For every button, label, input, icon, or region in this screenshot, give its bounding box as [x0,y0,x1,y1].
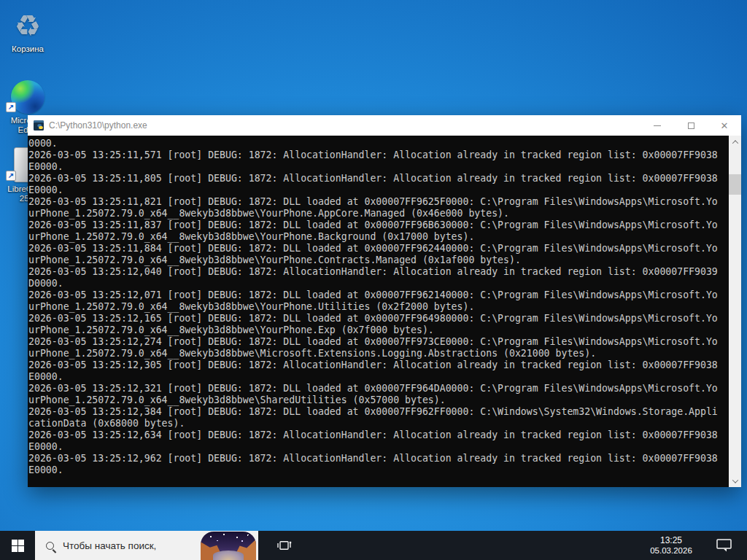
action-center-button[interactable] [716,539,732,552]
search-placeholder-text: Чтобы начать поиск, [63,540,156,551]
shortcut-arrow-icon: ↗ [6,171,16,181]
action-center-icon [716,539,732,552]
search-icon [46,542,54,550]
scroll-down-button[interactable] [729,475,741,487]
edge-icon: ↗ [4,77,51,114]
chevron-down-icon [732,477,738,483]
taskbar-search-box[interactable]: Чтобы начать поиск, [35,531,258,560]
rocks-art [213,551,244,560]
clock-date: 05.03.2026 [640,545,702,556]
desktop-icon-label: Корзина [4,44,51,54]
window-title: C:\Python310\python.exe [49,120,147,131]
python-console-icon [33,120,44,131]
clock-time: 13:25 [640,535,702,545]
minimize-button[interactable] [640,115,674,136]
minimize-icon [654,125,661,126]
close-icon: ✕ [721,121,729,131]
taskbar-clock[interactable]: 13:25 05.03.2026 [640,535,702,556]
task-view-button[interactable] [267,531,302,560]
close-button[interactable]: ✕ [708,115,741,136]
console-log-text: 0000. 2026-03-05 13:25:11,571 [root] DEB… [28,136,723,476]
window-titlebar[interactable]: C:\Python310\python.exe ✕ [28,115,741,136]
start-button[interactable] [0,531,35,560]
maximize-icon [688,122,694,129]
console-window: C:\Python310\python.exe ✕ 0000. 2026-03-… [28,115,741,487]
windows-logo-icon [12,540,24,552]
taskbar: Чтобы начать поиск, 13:25 05.03.2026 [0,531,747,560]
task-view-icon [277,540,292,551]
scroll-up-button[interactable] [729,136,741,148]
search-highlight-image[interactable] [201,532,256,560]
console-output-area: 0000. 2026-03-05 13:25:11,571 [root] DEB… [28,136,729,487]
scrollbar-thumb[interactable] [729,174,741,195]
maximize-button[interactable] [674,115,708,136]
shortcut-arrow-icon: ↗ [6,102,16,112]
recycle-bin-icon: ♻ [4,6,51,42]
desktop-icon-recycle-bin[interactable]: ♻ Корзина [4,6,51,54]
desktop: ♻ Корзина ↗ Microsoft Edge ↗ LibreOffice… [0,0,747,560]
chevron-up-icon [732,140,738,146]
vertical-scrollbar[interactable] [729,136,741,487]
